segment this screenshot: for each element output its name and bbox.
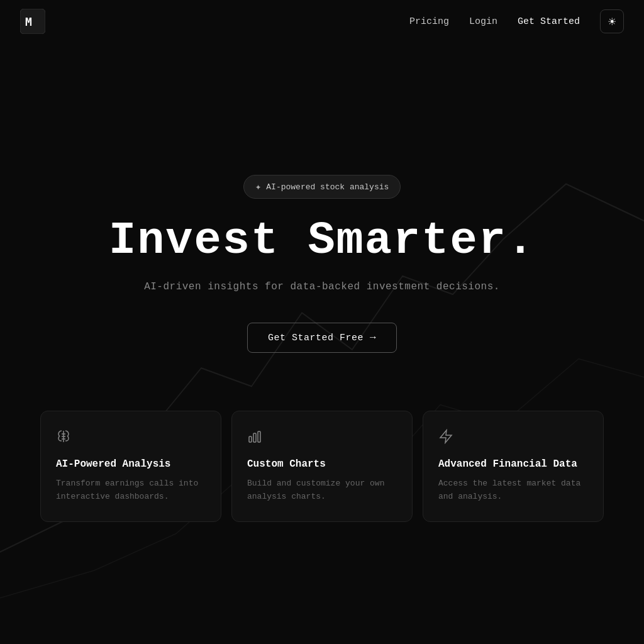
logo-icon: M <box>20 9 45 34</box>
card-financial-desc: Access the latest market data and analys… <box>438 477 588 504</box>
arrow-right-icon: → <box>370 332 376 343</box>
cta-label: Get Started Free <box>268 333 364 343</box>
nav-links: Pricing Login Get Started ☀ <box>409 9 624 33</box>
theme-toggle-button[interactable]: ☀ <box>600 9 624 33</box>
svg-rect-0 <box>20 9 45 34</box>
lightning-icon <box>438 429 588 448</box>
card-custom-charts: Custom Charts Build and customize your o… <box>231 411 413 522</box>
logo[interactable]: M <box>20 9 45 34</box>
login-link[interactable]: Login <box>469 16 497 27</box>
badge-text: AI-powered stock analysis <box>266 182 389 192</box>
svg-rect-4 <box>258 431 260 442</box>
card-ai-desc: Transform earnings calls into interactiv… <box>56 477 206 504</box>
feature-cards: AI-Powered Analysis Transform earnings c… <box>0 373 644 522</box>
card-ai-title: AI-Powered Analysis <box>56 458 206 470</box>
sun-icon: ☀ <box>608 16 616 28</box>
cta-button[interactable]: Get Started Free → <box>247 323 397 353</box>
hero-title: Invest Smarter. <box>109 216 535 266</box>
card-charts-title: Custom Charts <box>247 458 397 470</box>
chart-bar-icon <box>247 429 397 448</box>
navigation: M Pricing Login Get Started ☀ <box>0 0 644 43</box>
brain-icon <box>56 429 206 448</box>
svg-marker-5 <box>440 430 452 443</box>
svg-rect-3 <box>253 433 256 442</box>
pricing-link[interactable]: Pricing <box>409 16 449 27</box>
card-ai-analysis: AI-Powered Analysis Transform earnings c… <box>40 411 221 522</box>
hero-section: ✦ AI-powered stock analysis Invest Smart… <box>0 43 644 353</box>
svg-text:M: M <box>25 15 32 28</box>
card-financial-data: Advanced Financial Data Access the lates… <box>423 411 604 522</box>
hero-subtitle: AI-driven insights for data-backed inves… <box>144 281 500 292</box>
card-financial-title: Advanced Financial Data <box>438 458 588 470</box>
sparkle-icon: ✦ <box>255 180 262 193</box>
ai-badge: ✦ AI-powered stock analysis <box>243 175 401 199</box>
nav-get-started-link[interactable]: Get Started <box>518 16 580 27</box>
svg-rect-2 <box>249 436 252 442</box>
card-charts-desc: Build and customize your own analysis ch… <box>247 477 397 504</box>
